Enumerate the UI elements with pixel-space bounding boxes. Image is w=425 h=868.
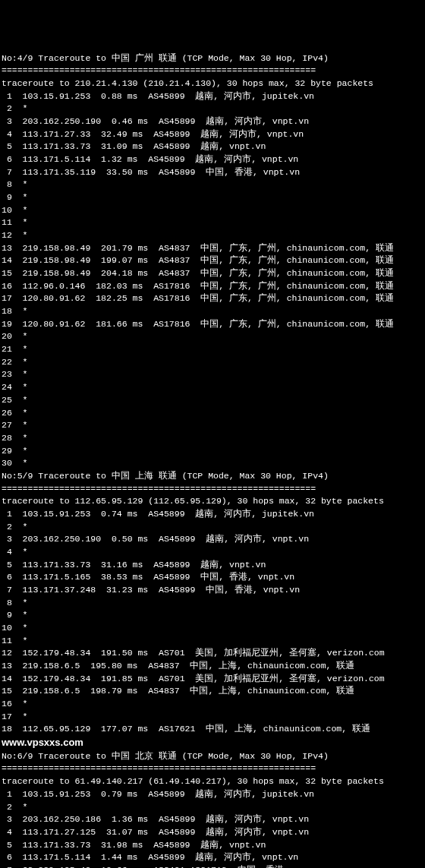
- trace-hop: 24 *: [2, 381, 425, 394]
- trace-hop: 12 *: [2, 229, 425, 242]
- trace-hop: 18 *: [2, 305, 425, 318]
- trace-hop: 22 *: [2, 356, 425, 369]
- trace-hop: 27 *: [2, 419, 425, 432]
- trace-hop: 20 *: [2, 330, 425, 343]
- trace-hop: 16 112.96.0.146 182.03 ms AS17816 中国, 广东…: [2, 280, 425, 293]
- trace-hop: 4 *: [2, 546, 425, 559]
- trace-hop: 9 *: [2, 609, 425, 622]
- trace-hop: 1 103.15.91.253 0.88 ms AS45899 越南, 河内市,…: [2, 90, 425, 103]
- trace-hop: 17 *: [2, 711, 425, 724]
- trace-hop: 3 203.162.250.186 1.36 ms AS45899 越南, 河内…: [2, 813, 425, 826]
- trace-hop: 1 103.15.91.253 0.79 ms AS45899 越南, 河内市,…: [2, 788, 425, 801]
- trace-hop: 2 *: [2, 521, 425, 534]
- trace-summary: traceroute to 112.65.95.129 (112.65.95.1…: [2, 495, 425, 508]
- trace-hop: 23 *: [2, 368, 425, 381]
- trace-hop: 26 *: [2, 407, 425, 420]
- trace-hop: 28 *: [2, 432, 425, 445]
- trace-divider: ========================================…: [2, 483, 425, 496]
- trace-hop: 9 *: [2, 191, 425, 204]
- trace-hop: 10 *: [2, 622, 425, 635]
- trace-hop: 15 219.158.98.49 204.18 ms AS4837 中国, 广东…: [2, 267, 425, 280]
- trace-hop: 6 113.171.5.114 1.32 ms AS45899 越南, 河内市,…: [2, 153, 425, 166]
- trace-hop: 2 *: [2, 801, 425, 814]
- trace-hop: 3 203.162.250.190 0.50 ms AS45899 越南, 河内…: [2, 533, 425, 546]
- trace-hop: 5 113.171.33.73 31.98 ms AS45899 越南, vnp…: [2, 839, 425, 852]
- trace-hop: 7 113.171.37.248 31.23 ms AS45899 中国, 香港…: [2, 584, 425, 597]
- trace-divider: ========================================…: [2, 762, 425, 775]
- trace-hop: 1 103.15.91.253 0.74 ms AS45899 越南, 河内市,…: [2, 508, 425, 521]
- trace-hop: 7 113.171.35.119 33.50 ms AS45899 中国, 香港…: [2, 166, 425, 179]
- trace-hop: 18 112.65.95.129 177.07 ms AS17621 中国, 上…: [2, 723, 425, 736]
- trace-header: No:6/9 Traceroute to 中国 北京 联通 (TCP Mode,…: [2, 750, 425, 763]
- trace-hop: 3 203.162.250.190 0.46 ms AS45899 越南, 河内…: [2, 115, 425, 128]
- trace-hop: 13 219.158.6.5 195.80 ms AS4837 中国, 上海, …: [2, 660, 425, 673]
- trace-hop: 13 219.158.98.49 201.79 ms AS4837 中国, 广东…: [2, 242, 425, 255]
- trace-hop: 12 152.179.48.34 191.50 ms AS701 美国, 加利福…: [2, 647, 425, 660]
- trace-hop: 6 113.171.5.165 38.53 ms AS45899 中国, 香港,…: [2, 571, 425, 584]
- trace-hop: 10 *: [2, 204, 425, 217]
- watermark: www.vpsxxs.com: [2, 736, 425, 750]
- trace-hop: 11 *: [2, 635, 425, 648]
- terminal-output: No:4/9 Traceroute to 中国 广州 联通 (TCP Mode,…: [2, 52, 425, 868]
- trace-hop: 5 113.171.33.73 31.09 ms AS45899 越南, vnp…: [2, 140, 425, 153]
- trace-divider: ========================================…: [2, 65, 425, 77]
- trace-hop: 21 *: [2, 343, 425, 356]
- trace-hop: 4 113.171.27.125 31.07 ms AS45899 越南, 河内…: [2, 826, 425, 839]
- trace-hop: 29 *: [2, 445, 425, 458]
- trace-hop: 15 219.158.6.5 198.79 ms AS4837 中国, 上海, …: [2, 685, 425, 698]
- trace-hop: 7 63.220.195.42 19.66 ms AS3491,AS31713 …: [2, 864, 425, 868]
- trace-hop: 11 *: [2, 216, 425, 229]
- trace-header: No:5/9 Traceroute to 中国 上海 联通 (TCP Mode,…: [2, 470, 425, 483]
- trace-summary: traceroute to 61.49.140.217 (61.49.140.2…: [2, 775, 425, 788]
- trace-hop: 6 113.171.5.114 1.44 ms AS45899 越南, 河内市,…: [2, 851, 425, 864]
- trace-hop: 4 113.171.27.33 32.49 ms AS45899 越南, 河内市…: [2, 128, 425, 141]
- trace-summary: traceroute to 210.21.4.130 (210.21.4.130…: [2, 77, 425, 90]
- trace-hop: 16 *: [2, 698, 425, 711]
- trace-hop: 30 *: [2, 457, 425, 470]
- trace-hop: 14 152.179.48.34 191.85 ms AS701 美国, 加利福…: [2, 673, 425, 686]
- trace-hop: 8 *: [2, 597, 425, 610]
- trace-hop: 14 219.158.98.49 199.07 ms AS4837 中国, 广东…: [2, 254, 425, 267]
- trace-hop: 25 *: [2, 394, 425, 407]
- trace-hop: 17 120.80.91.62 182.25 ms AS17816 中国, 广东…: [2, 292, 425, 305]
- trace-header: No:4/9 Traceroute to 中国 广州 联通 (TCP Mode,…: [2, 52, 425, 65]
- trace-hop: 8 *: [2, 178, 425, 191]
- trace-hop: 19 120.80.91.62 181.66 ms AS17816 中国, 广东…: [2, 318, 425, 331]
- trace-hop: 5 113.171.33.73 31.16 ms AS45899 越南, vnp…: [2, 559, 425, 572]
- trace-hop: 2 *: [2, 103, 425, 115]
